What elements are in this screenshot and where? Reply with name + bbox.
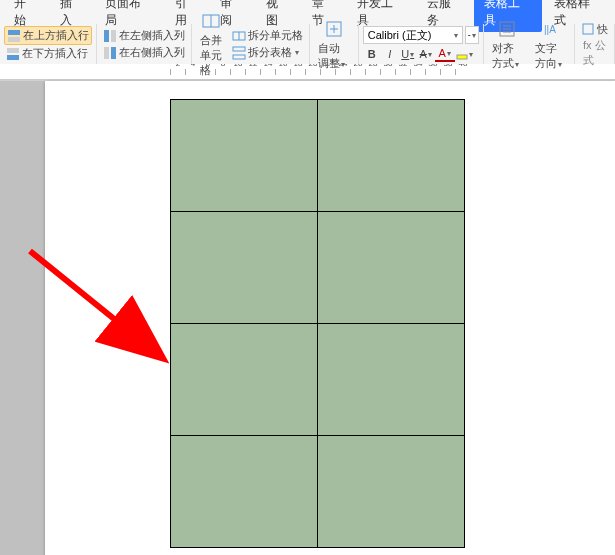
svg-rect-0 [8,30,20,35]
svg-rect-15 [457,55,467,59]
svg-rect-2 [7,48,19,53]
italic-button[interactable]: I [381,46,399,62]
document-area[interactable] [0,81,615,555]
insert-row-below-label: 在下方插入行 [22,46,88,61]
table-cell[interactable] [171,212,318,324]
insert-row-above-label: 在上方插入行 [23,28,89,43]
alignment-label: 对齐方式 [492,42,514,69]
chevron-down-icon: ▾ [428,50,432,59]
table-cell[interactable] [318,436,465,548]
text-direction-icon: ||A [539,18,561,40]
insert-col-right-button[interactable]: 在右侧插入列 [101,44,187,61]
split-table-icon [232,46,246,60]
svg-rect-21 [583,24,593,34]
cell-margins-icon [581,22,595,36]
insert-col-left-button[interactable]: 在左侧插入列 [101,27,187,44]
merge-cells-icon [200,10,222,32]
chevron-down-icon: ▾ [558,60,562,69]
svg-rect-12 [233,47,245,51]
split-cells-button[interactable]: 拆分单元格 [230,27,305,44]
alignment-icon [496,18,518,40]
insert-col-left-label: 在左侧插入列 [119,28,185,43]
auto-fit-button[interactable]: 自动调整▾ [314,18,354,71]
strikethrough-button[interactable]: A▾ [417,46,435,62]
ribbon: 在上方插入行 在下方插入行 在左侧插入列 在右侧插入列 [0,24,615,64]
underline-button[interactable]: U▾ [399,46,417,62]
svg-rect-5 [111,30,116,42]
bold-button[interactable]: B [363,46,381,62]
auto-fit-icon [323,18,345,40]
table-cell[interactable] [318,100,465,212]
svg-rect-1 [8,37,20,42]
table-cell[interactable] [171,100,318,212]
text-direction-label: 文字方向 [535,42,557,69]
table-cell[interactable] [318,212,465,324]
chevron-down-icon: ▾ [295,48,299,57]
document-table[interactable] [170,99,465,548]
svg-rect-7 [111,47,116,59]
insert-row-below-button[interactable]: 在下方插入行 [4,45,92,62]
insert-row-below-icon [6,47,20,61]
svg-rect-4 [104,30,109,42]
chevron-down-icon: ▾ [410,50,414,59]
split-table-label: 拆分表格 [248,45,292,60]
split-cells-icon [232,29,246,43]
svg-rect-3 [7,55,19,60]
insert-row-above-icon [7,29,21,43]
insert-col-right-label: 在右侧插入列 [119,45,185,60]
chevron-down-icon: ▾ [469,50,473,59]
cell-margins-button[interactable]: 快 [579,21,610,38]
alignment-button[interactable]: 对齐方式▾ [488,18,527,71]
highlight-button[interactable]: ▾ [455,46,473,62]
table-cell[interactable] [318,324,465,436]
split-table-button[interactable]: 拆分表格 ▾ [230,44,305,61]
table-cell[interactable] [171,436,318,548]
chevron-down-icon: ▾ [454,31,458,40]
fast-label: 快 [597,22,608,37]
chevron-down-icon: ▾ [515,60,519,69]
svg-text:||A: ||A [544,24,556,35]
chevron-down-icon: ▾ [447,49,451,58]
table-cell[interactable] [171,324,318,436]
formula-button[interactable]: fx 公式 [579,38,610,68]
split-cells-label: 拆分单元格 [248,28,303,43]
font-family-value: Calibri (正文) [368,28,432,43]
insert-row-above-button[interactable]: 在上方插入行 [4,26,92,45]
svg-rect-6 [104,47,109,59]
insert-col-left-icon [103,29,117,43]
font-size-combo[interactable]: -▾ [465,26,479,44]
font-color-button[interactable]: A▾ [435,46,455,62]
svg-rect-13 [233,55,245,59]
insert-col-right-icon [103,46,117,60]
text-direction-button[interactable]: ||A 文字方向▾ [531,18,570,71]
font-family-combo[interactable]: Calibri (正文) ▾ [363,26,463,44]
